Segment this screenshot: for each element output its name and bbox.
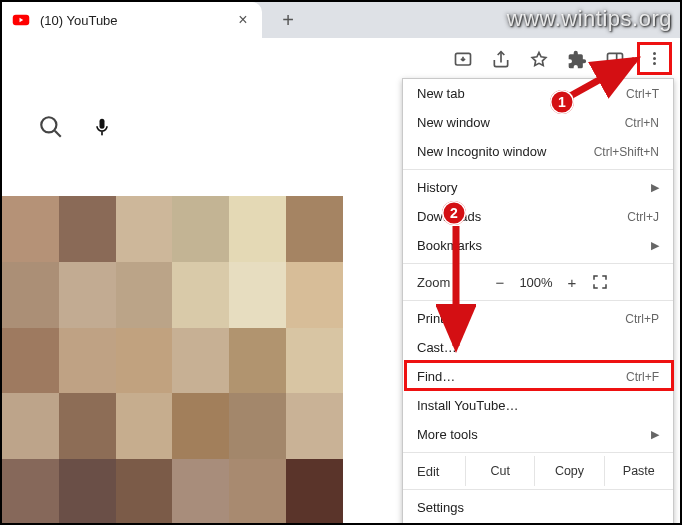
browser-tab[interactable]: (10) YouTube ×: [2, 2, 262, 38]
menu-separator: [403, 452, 673, 453]
edit-cut-button[interactable]: Cut: [465, 456, 534, 486]
pixel-block: [59, 262, 116, 328]
bookmark-star-icon[interactable]: [528, 49, 550, 71]
pixel-block: [229, 459, 286, 525]
menu-item-history[interactable]: History▶: [403, 173, 673, 202]
menu-separator: [403, 489, 673, 490]
pixel-block: [59, 328, 116, 394]
zoom-value: 100%: [513, 275, 559, 290]
pixel-block: [59, 196, 116, 262]
svg-line-5: [55, 131, 61, 137]
menu-item-new-tab[interactable]: New tabCtrl+T: [403, 79, 673, 108]
pixel-block: [172, 196, 229, 262]
pixel-block: [2, 328, 59, 394]
close-tab-icon[interactable]: ×: [234, 12, 252, 28]
pixel-block: [286, 262, 343, 328]
pixel-block: [229, 262, 286, 328]
share-icon[interactable]: [490, 49, 512, 71]
pixel-block: [116, 196, 173, 262]
menu-item-find[interactable]: Find…Ctrl+F: [403, 362, 673, 391]
tab-title: (10) YouTube: [40, 13, 234, 28]
pixel-block: [59, 459, 116, 525]
pixel-block: [116, 328, 173, 394]
menu-separator: [403, 263, 673, 264]
tab-strip: (10) YouTube × +: [2, 2, 680, 38]
toolbar-right: [452, 44, 626, 76]
menu-item-install-youtube[interactable]: Install YouTube…: [403, 391, 673, 420]
svg-rect-6: [101, 132, 103, 135]
menu-item-edit: Edit Cut Copy Paste: [403, 456, 673, 486]
menu-separator: [403, 300, 673, 301]
youtube-favicon: [12, 11, 30, 29]
pixel-block: [172, 262, 229, 328]
pixel-block: [2, 393, 59, 459]
pixel-block: [2, 196, 59, 262]
pixel-block: [286, 393, 343, 459]
pixel-block: [172, 328, 229, 394]
fullscreen-icon[interactable]: [591, 273, 615, 291]
pixel-block: [116, 393, 173, 459]
search-icon[interactable]: [38, 114, 64, 143]
pixel-block: [172, 459, 229, 525]
sidepanel-icon[interactable]: [604, 49, 626, 71]
pixel-block: [229, 328, 286, 394]
extensions-icon[interactable]: [566, 49, 588, 71]
zoom-in-button[interactable]: +: [559, 274, 585, 291]
chrome-main-menu: New tabCtrl+T New windowCtrl+N New Incog…: [402, 78, 674, 525]
pixel-block: [286, 459, 343, 525]
menu-item-new-window[interactable]: New windowCtrl+N: [403, 108, 673, 137]
edit-copy-button[interactable]: Copy: [534, 456, 603, 486]
menu-item-downloads[interactable]: DownloadsCtrl+J: [403, 202, 673, 231]
pixel-block: [116, 262, 173, 328]
pixel-block: [229, 393, 286, 459]
edit-paste-button[interactable]: Paste: [604, 456, 673, 486]
pixel-block: [59, 393, 116, 459]
pixel-block: [116, 459, 173, 525]
pixel-block: [286, 328, 343, 394]
svg-point-4: [41, 117, 56, 132]
menu-item-bookmarks[interactable]: Bookmarks▶: [403, 231, 673, 260]
menu-item-print[interactable]: Print…Ctrl+P: [403, 304, 673, 333]
youtube-search-area: [38, 114, 112, 143]
menu-item-more-tools[interactable]: More tools▶: [403, 420, 673, 449]
new-tab-button[interactable]: +: [276, 8, 300, 32]
screenshot-stage: { "tab": { "title": "(10) YouTube" }, "m…: [0, 0, 682, 525]
pixel-block: [2, 262, 59, 328]
menu-item-settings[interactable]: Settings: [403, 493, 673, 522]
menu-item-incognito[interactable]: New Incognito windowCtrl+Shift+N: [403, 137, 673, 166]
menu-separator: [403, 169, 673, 170]
microphone-icon[interactable]: [92, 115, 112, 142]
pixelated-content: [2, 196, 343, 525]
pixel-block: [2, 459, 59, 525]
pixel-block: [172, 393, 229, 459]
pixel-block: [286, 196, 343, 262]
chrome-menu-button[interactable]: [637, 42, 672, 75]
vertical-dots-icon: [646, 50, 664, 68]
menu-item-zoom: Zoom − 100% +: [403, 267, 673, 297]
install-app-icon[interactable]: [452, 49, 474, 71]
pixel-block: [229, 196, 286, 262]
menu-item-cast[interactable]: Cast…: [403, 333, 673, 362]
zoom-out-button[interactable]: −: [487, 274, 513, 291]
svg-rect-2: [608, 53, 623, 66]
